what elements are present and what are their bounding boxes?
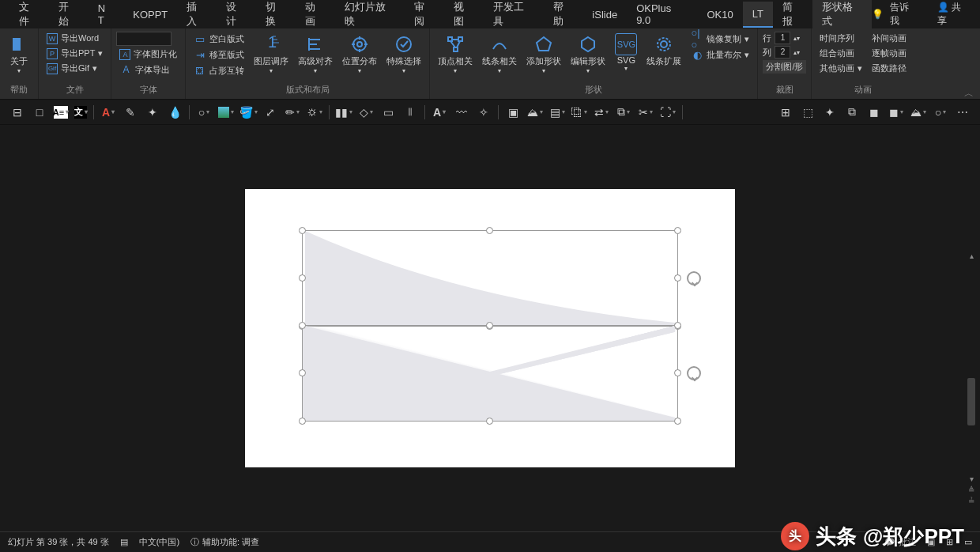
next-slide-button[interactable]: ≟ (966, 497, 977, 508)
tool-wand[interactable]: ✦ (145, 104, 160, 120)
tool-star[interactable]: ✧ (476, 104, 492, 120)
tool-curve[interactable]: 〰 (454, 104, 469, 120)
handle-ml[interactable] (299, 369, 306, 376)
tool-clone1[interactable]: ▣ (505, 104, 521, 120)
tab-ok10[interactable]: OK10 (697, 2, 742, 27)
tool-mtn[interactable]: ⛰ (527, 104, 543, 120)
tool-textbox[interactable]: A≡ (54, 106, 68, 119)
vertex-button[interactable]: 顶点相关▾ (435, 32, 476, 76)
tab-koppt[interactable]: KOPPT (123, 2, 177, 27)
handle-tc[interactable] (486, 322, 493, 329)
mirror-button[interactable]: ○|○镜像复制 ▾ (688, 32, 752, 46)
handle-tc[interactable] (486, 227, 493, 234)
tool-text[interactable]: 文 (74, 106, 87, 119)
anim-combo-button[interactable]: 组合动画 (816, 47, 865, 60)
placeholder-button[interactable]: ⛋占形互转 (190, 63, 247, 78)
vertical-scrollbar[interactable]: ▴ ▾ ≜ ≟ (966, 251, 977, 508)
anim-other-button[interactable]: 其他动画 ▾ (816, 62, 865, 75)
tool-r6[interactable]: ◼ (888, 104, 904, 120)
tool-chart[interactable]: ▮▮ (336, 104, 352, 120)
notes-button[interactable]: ▤ (120, 537, 128, 547)
anim-time-button[interactable]: 时间序列 (816, 32, 865, 45)
accessibility-button[interactable]: ⓘ 辅助功能: 调查 (190, 536, 259, 548)
line-expand-button[interactable]: 线条扩展 (643, 32, 684, 69)
anim-path-button[interactable]: 函数路径 (869, 62, 910, 75)
tool-crop2[interactable]: ⧉ (616, 104, 631, 120)
shape-2-selection[interactable] (302, 325, 678, 422)
tab-nt[interactable]: N T (89, 0, 124, 32)
view-reading-button[interactable]: ▭ (964, 537, 972, 547)
tool-r5[interactable]: ◼ (866, 104, 882, 120)
export-ppt-button[interactable]: P导出PPT ▾ (43, 47, 106, 60)
tool-swap[interactable]: ⇄ (594, 104, 609, 120)
handle-mr[interactable] (674, 369, 681, 376)
tool-fill[interactable] (218, 104, 234, 120)
scroll-thumb[interactable] (967, 378, 975, 425)
row-input[interactable]: 行1▴▾ (763, 32, 806, 44)
tool-abig[interactable]: A (432, 104, 447, 120)
tool-1[interactable]: ⊟ (9, 104, 25, 120)
move-layout-button[interactable]: ⇥移至版式 (190, 47, 247, 62)
shape-1-selection[interactable] (302, 230, 678, 327)
tool-cols[interactable]: ⦀ (402, 104, 418, 120)
tool-trim[interactable]: ✂ (638, 104, 654, 120)
tool-bucket[interactable]: 🪣 (240, 104, 256, 120)
handle-tl[interactable] (299, 227, 306, 234)
font-image-button[interactable]: A字体图片化 (116, 47, 180, 61)
position-button[interactable]: 位置分布▾ (339, 32, 380, 76)
handle-tr[interactable] (674, 322, 681, 329)
rotate-handle[interactable] (687, 271, 701, 285)
tool-drop[interactable]: 💧 (167, 104, 183, 120)
tool-r1[interactable]: ⊞ (778, 104, 793, 120)
about-button[interactable]: 关于▾ (5, 32, 33, 76)
tab-okplus[interactable]: OKPlus 9.0 (627, 0, 697, 32)
tool-pen[interactable]: ✏ (285, 104, 300, 120)
handle-br[interactable] (674, 418, 681, 425)
tool-r2[interactable]: ⬚ (800, 104, 816, 120)
handle-tr[interactable] (674, 227, 681, 234)
tool-fontcolor[interactable]: A (100, 104, 116, 120)
prev-slide-button[interactable]: ≜ (966, 486, 977, 497)
tool-adjust[interactable]: ⛭ (307, 104, 322, 120)
tab-lt[interactable]: LT (743, 2, 773, 28)
language-label[interactable]: 中文(中国) (139, 536, 179, 548)
rotate-handle[interactable] (687, 366, 701, 380)
batch-bool-button[interactable]: ◐批量布尔 ▾ (688, 47, 752, 62)
tool-group[interactable]: ⿻ (571, 104, 587, 120)
slide[interactable] (245, 189, 735, 467)
layer-order-button[interactable]: 1图层调序▾ (251, 32, 292, 76)
tool-brush[interactable]: ✎ (122, 104, 138, 120)
tool-more[interactable]: ⋯ (955, 104, 971, 120)
scroll-down-button[interactable]: ▾ (966, 474, 977, 486)
font-export-button[interactable]: A字体导出 (116, 62, 180, 77)
export-word-button[interactable]: W导出Word (43, 32, 106, 45)
export-gif-button[interactable]: Gif导出Gif ▾ (43, 62, 106, 75)
col-input[interactable]: 列2▴▾ (763, 46, 806, 59)
tool-stack[interactable]: ▤ (549, 104, 565, 120)
font-select[interactable] (116, 32, 172, 46)
tool-circle[interactable]: ○ (196, 104, 212, 120)
line-button[interactable]: 线条相关▾ (479, 32, 520, 76)
tool-r7[interactable]: ⛰ (910, 104, 926, 120)
split-button[interactable]: 分割图/形 (763, 60, 806, 74)
tellme-button[interactable]: 告诉我 (890, 1, 918, 28)
tool-sq2[interactable]: ▭ (380, 104, 396, 120)
tool-r8[interactable]: ○ (933, 104, 948, 120)
anim-tween-button[interactable]: 补间动画 (869, 32, 910, 45)
svg-button[interactable]: SVGSVG▾ (612, 32, 640, 74)
add-shape-button[interactable]: 添加形状▾ (523, 32, 564, 76)
blank-layout-button[interactable]: ▭空白版式 (190, 32, 247, 46)
anim-frame-button[interactable]: 逐帧动画 (869, 47, 910, 60)
scroll-up-button[interactable]: ▴ (966, 251, 977, 263)
special-select-button[interactable]: 特殊选择▾ (383, 32, 424, 76)
handle-mr[interactable] (674, 274, 681, 282)
handle-bl[interactable] (299, 418, 306, 425)
tool-r4[interactable]: ⧉ (844, 104, 860, 120)
share-button[interactable]: 👤 共享 (937, 1, 971, 28)
tool-2[interactable]: □ (32, 104, 47, 120)
tab-islide[interactable]: iSlide (582, 2, 627, 27)
edit-shape-button[interactable]: 编辑形状▾ (567, 32, 609, 76)
align-button[interactable]: 高级对齐▾ (295, 32, 336, 76)
tool-eyedrop[interactable]: ⤢ (262, 104, 278, 120)
tool-r3[interactable]: ✦ (822, 104, 838, 120)
